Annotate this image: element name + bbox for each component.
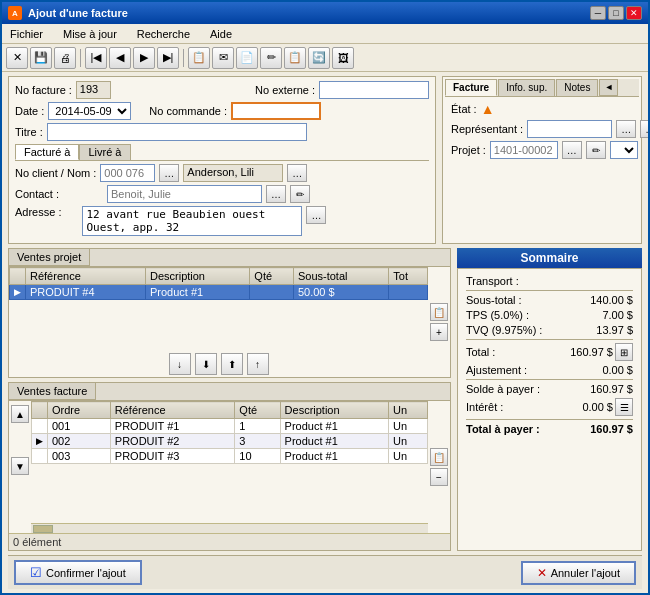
vp-up-btn[interactable]: ⬆ bbox=[221, 353, 243, 375]
projet-row: Projet : … ✏ ▼ bbox=[451, 141, 633, 159]
contact-ellipsis-btn[interactable]: … bbox=[266, 185, 286, 203]
vp-up2-btn[interactable]: ↑ bbox=[247, 353, 269, 375]
client-num-input[interactable] bbox=[100, 164, 155, 182]
projet-ellipsis-btn[interactable]: … bbox=[562, 141, 582, 159]
solde-a-payer-label: Solde à payer : bbox=[466, 383, 540, 395]
toolbar-copy-button[interactable]: 📋 bbox=[188, 47, 210, 69]
representant-ellipsis-btn[interactable]: … bbox=[616, 120, 636, 138]
ventes-facture-tab[interactable]: Ventes facture bbox=[9, 383, 96, 400]
cell-sous-total-vp-1: 50.00 $ bbox=[293, 285, 388, 300]
ventes-facture-left-icons: ▲ ▼ bbox=[9, 401, 31, 533]
client-name-ellipsis-btn[interactable]: … bbox=[287, 164, 307, 182]
cell-qte-vf-3: 10 bbox=[235, 449, 280, 464]
maximize-button[interactable]: □ bbox=[608, 6, 624, 20]
vp-side-icon-2[interactable]: + bbox=[430, 323, 448, 341]
no-facture-label: No facture : bbox=[15, 84, 72, 96]
toolbar-separator-2 bbox=[183, 49, 184, 67]
menu-fichier[interactable]: Fichier bbox=[6, 28, 47, 40]
ventes-facture-tab-bar: Ventes facture bbox=[9, 383, 450, 401]
toolbar-doc-button[interactable]: 📄 bbox=[236, 47, 258, 69]
cell-ref-vf-2: PRODUIT #2 bbox=[110, 434, 235, 449]
cell-ref-vp-1: PRODUIT #4 bbox=[26, 285, 146, 300]
toolbar-refresh-button[interactable]: 🔄 bbox=[308, 47, 330, 69]
col-ref-vp: Référence bbox=[26, 268, 146, 285]
ventes-facture-row-2[interactable]: ▶ 002 PRODUIT #2 3 Product #1 Un bbox=[32, 434, 428, 449]
client-ellipsis-btn[interactable]: … bbox=[159, 164, 179, 182]
total-edit-btn[interactable]: ⊞ bbox=[615, 343, 633, 361]
no-externe-input[interactable] bbox=[319, 81, 429, 99]
toolbar-edit-button[interactable]: ✏ bbox=[260, 47, 282, 69]
cell-qte-vf-2: 3 bbox=[235, 434, 280, 449]
tab-notes[interactable]: Notes bbox=[556, 79, 598, 96]
toolbar-clipboard-button[interactable]: 📋 bbox=[284, 47, 306, 69]
representant-input[interactable] bbox=[527, 120, 612, 138]
total-a-payer-label: Total à payer : bbox=[466, 423, 540, 435]
toolbar-print-button[interactable]: 🖨 bbox=[54, 47, 76, 69]
menu-aide[interactable]: Aide bbox=[206, 28, 236, 40]
sous-total-value: 140.00 $ bbox=[573, 294, 633, 306]
interet-edit-btn[interactable]: ☰ bbox=[615, 398, 633, 416]
no-commande-input[interactable] bbox=[231, 102, 321, 120]
vf-side-icon-1[interactable]: 📋 bbox=[430, 448, 448, 466]
projet-edit-btn[interactable]: ✏ bbox=[586, 141, 606, 159]
vf-up-btn[interactable]: ▲ bbox=[11, 405, 29, 423]
vp-side-icon-1[interactable]: 📋 bbox=[430, 303, 448, 321]
confirm-button[interactable]: ☑ Confirmer l'ajout bbox=[14, 560, 142, 585]
vf-side-icon-2[interactable]: − bbox=[430, 468, 448, 486]
vp-down-btn[interactable]: ↓ bbox=[169, 353, 191, 375]
no-commande-label: No commande : bbox=[149, 105, 227, 117]
row-pointer-vf-1 bbox=[32, 419, 48, 434]
tab-facture[interactable]: Facture bbox=[445, 79, 497, 96]
tab-more-btn[interactable]: ◄ bbox=[599, 79, 618, 96]
ventes-facture-main: Ordre Référence Qté Description Un bbox=[31, 401, 428, 533]
ventes-projet-side-icons: 📋 + bbox=[428, 267, 450, 377]
toolbar-image-button[interactable]: 🖼 bbox=[332, 47, 354, 69]
date-select[interactable]: 2014-05-09 bbox=[48, 102, 131, 120]
toolbar-last-button[interactable]: ▶| bbox=[157, 47, 179, 69]
menu-mise-a-jour[interactable]: Mise à jour bbox=[59, 28, 121, 40]
title-bar: A Ajout d'une facture ─ □ ✕ bbox=[2, 2, 648, 24]
tab-info-sup[interactable]: Info. sup. bbox=[498, 79, 555, 96]
minimize-button[interactable]: ─ bbox=[590, 6, 606, 20]
address-textarea[interactable]: 12 avant rue Beaubien ouest Ouest, app. … bbox=[82, 206, 302, 236]
toolbar-next-button[interactable]: ▶ bbox=[133, 47, 155, 69]
date-row: Date : 2014-05-09 No commande : bbox=[15, 102, 429, 120]
tvq-label: TVQ (9.975%) : bbox=[466, 324, 542, 336]
contact-input[interactable] bbox=[107, 185, 262, 203]
toolbar-close-button[interactable]: ✕ bbox=[6, 47, 28, 69]
tab-livre-a[interactable]: Livré à bbox=[79, 144, 130, 160]
ventes-facture-content: ▲ ▼ Ordre bbox=[9, 401, 450, 533]
total-a-payer-value: 160.97 $ bbox=[573, 423, 633, 435]
close-button[interactable]: ✕ bbox=[626, 6, 642, 20]
transport-label: Transport : bbox=[466, 275, 519, 287]
toolbar-first-button[interactable]: |◀ bbox=[85, 47, 107, 69]
ventes-facture-scrollbar[interactable] bbox=[31, 523, 428, 533]
toolbar-prev-button[interactable]: ◀ bbox=[109, 47, 131, 69]
projet-dropdown[interactable]: ▼ bbox=[610, 141, 638, 159]
ventes-projet-row[interactable]: ▶ PRODUIT #4 Product #1 50.00 $ bbox=[10, 285, 428, 300]
cell-tot-vp-1 bbox=[389, 285, 428, 300]
ventes-projet-tab[interactable]: Ventes projet bbox=[9, 249, 90, 266]
ventes-facture-row-3[interactable]: 003 PRODUIT #3 10 Product #1 Un bbox=[32, 449, 428, 464]
vf-down-btn[interactable]: ▼ bbox=[11, 457, 29, 475]
projet-input[interactable] bbox=[490, 141, 558, 159]
representant-row: Représentant : … … bbox=[451, 120, 633, 138]
representant-ellipsis-btn-2[interactable]: … bbox=[640, 120, 648, 138]
contact-row: Contact : … ✏ bbox=[15, 185, 429, 203]
ventes-facture-table-container[interactable]: Ordre Référence Qté Description Un bbox=[31, 401, 428, 523]
tab-facture-a[interactable]: Facturé à bbox=[15, 144, 79, 160]
address-label: Adresse : bbox=[15, 206, 61, 218]
contact-edit-btn[interactable]: ✏ bbox=[290, 185, 310, 203]
etat-label: État : bbox=[451, 103, 477, 115]
titre-input[interactable] bbox=[47, 123, 307, 141]
address-ellipsis-btn[interactable]: … bbox=[306, 206, 326, 224]
ventes-facture-row-1[interactable]: 001 PRODUIT #1 1 Product #1 Un bbox=[32, 419, 428, 434]
cancel-button[interactable]: ✕ Annuler l'ajout bbox=[521, 561, 636, 585]
toolbar-save-button[interactable]: 💾 bbox=[30, 47, 52, 69]
vp-down2-btn[interactable]: ⬇ bbox=[195, 353, 217, 375]
ventes-projet-table: Référence Description Qté Sous-total Tot bbox=[9, 267, 428, 300]
menu-recherche[interactable]: Recherche bbox=[133, 28, 194, 40]
toolbar-email-button[interactable]: ✉ bbox=[212, 47, 234, 69]
etat-row: État : ▲ bbox=[451, 101, 633, 117]
confirm-label: Confirmer l'ajout bbox=[46, 567, 126, 579]
